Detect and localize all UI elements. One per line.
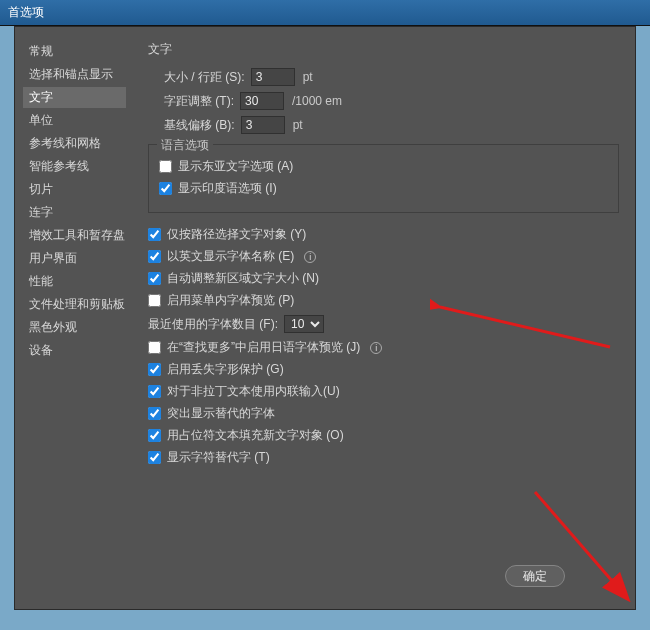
label-menu-preview: 启用菜单内字体预览 (P) [167, 292, 294, 309]
titlebar: 首选项 [0, 0, 650, 26]
sidebar-item-11[interactable]: 文件处理和剪贴板 [23, 294, 126, 315]
label-placeholder-text: 用占位符文本填充新文字对象 (O) [167, 427, 344, 444]
checkbox-autosize[interactable] [148, 272, 161, 285]
baseline-input[interactable] [241, 116, 285, 134]
sidebar-item-9[interactable]: 用户界面 [23, 248, 126, 269]
baseline-label: 基线偏移 (B): [164, 117, 235, 134]
sidebar-item-1[interactable]: 选择和锚点显示 [23, 64, 126, 85]
sidebar-item-5[interactable]: 智能参考线 [23, 156, 126, 177]
ok-button[interactable]: 确定 [505, 565, 565, 587]
sidebar-item-8[interactable]: 增效工具和暂存盘 [23, 225, 126, 246]
baseline-unit: pt [293, 118, 303, 132]
language-legend: 语言选项 [157, 137, 213, 154]
preferences-window: 常规选择和锚点显示文字单位参考线和网格智能参考线切片连字增效工具和暂存盘用户界面… [14, 26, 636, 610]
sidebar-item-3[interactable]: 单位 [23, 110, 126, 131]
section-title: 文字 [148, 41, 619, 58]
checkbox-missing-glyph[interactable] [148, 363, 161, 376]
tracking-label: 字距调整 (T): [164, 93, 234, 110]
recent-fonts-select[interactable]: 10 [284, 315, 324, 333]
tracking-input[interactable] [240, 92, 284, 110]
checkbox-jp-preview[interactable] [148, 341, 161, 354]
label-missing-glyph: 启用丢失字形保护 (G) [167, 361, 284, 378]
checkbox-east-asian[interactable] [159, 160, 172, 173]
sidebar-item-10[interactable]: 性能 [23, 271, 126, 292]
label-inline-input: 对于非拉丁文本使用内联输入(U) [167, 383, 340, 400]
sidebar-item-13[interactable]: 设备 [23, 340, 126, 361]
size-input[interactable] [251, 68, 295, 86]
label-autosize: 自动调整新区域文字大小 (N) [167, 270, 319, 287]
checkbox-english-names[interactable] [148, 250, 161, 263]
checkbox-inline-input[interactable] [148, 385, 161, 398]
checkbox-placeholder-text[interactable] [148, 429, 161, 442]
recent-fonts-label: 最近使用的字体数目 (F): [148, 316, 278, 333]
checkbox-path-select[interactable] [148, 228, 161, 241]
sidebar-item-7[interactable]: 连字 [23, 202, 126, 223]
label-highlight-sub: 突出显示替代的字体 [167, 405, 275, 422]
info-icon[interactable]: i [304, 251, 316, 263]
language-options-fieldset: 语言选项 显示东亚文字选项 (A) 显示印度语选项 (I) [148, 144, 619, 213]
label-indic: 显示印度语选项 (I) [178, 180, 277, 197]
checkbox-menu-preview[interactable] [148, 294, 161, 307]
size-unit: pt [303, 70, 313, 84]
sidebar-item-2[interactable]: 文字 [23, 87, 126, 108]
checkbox-glyph-alt[interactable] [148, 451, 161, 464]
label-english-names: 以英文显示字体名称 (E) [167, 248, 294, 265]
sidebar-item-4[interactable]: 参考线和网格 [23, 133, 126, 154]
label-east-asian: 显示东亚文字选项 (A) [178, 158, 293, 175]
sidebar-item-12[interactable]: 黑色外观 [23, 317, 126, 338]
main-panel: 文字 大小 / 行距 (S): pt 字距调整 (T): /1000 em 基线… [130, 27, 635, 609]
sidebar-item-6[interactable]: 切片 [23, 179, 126, 200]
window-title: 首选项 [8, 4, 44, 21]
checkbox-indic[interactable] [159, 182, 172, 195]
checkbox-highlight-sub[interactable] [148, 407, 161, 420]
label-jp-preview: 在“查找更多”中启用日语字体预览 (J) [167, 339, 360, 356]
info-icon[interactable]: i [370, 342, 382, 354]
tracking-unit: /1000 em [292, 94, 342, 108]
label-glyph-alt: 显示字符替代字 (T) [167, 449, 270, 466]
sidebar-item-0[interactable]: 常规 [23, 41, 126, 62]
size-label: 大小 / 行距 (S): [164, 69, 245, 86]
sidebar: 常规选择和锚点显示文字单位参考线和网格智能参考线切片连字增效工具和暂存盘用户界面… [15, 27, 130, 609]
label-path-select: 仅按路径选择文字对象 (Y) [167, 226, 306, 243]
